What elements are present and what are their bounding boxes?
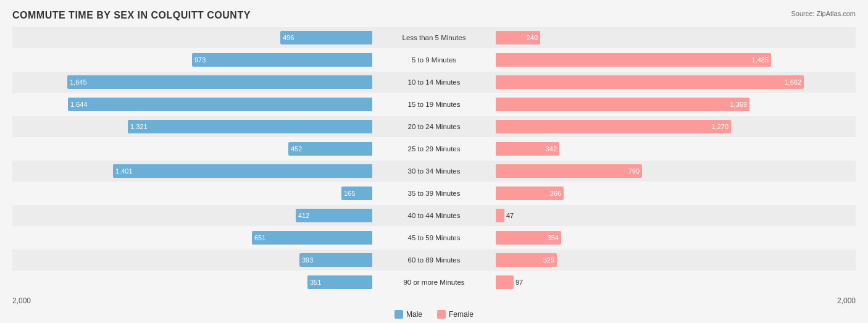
legend: Male Female [12,310,856,319]
female-value: 329 [543,256,554,264]
legend-female: Female [437,310,474,319]
bar-row: 496Less than 5 Minutes240 [12,27,856,48]
row-label: 5 to 9 Minutes [372,56,496,64]
bar-row: 1,64510 to 14 Minutes1,662 [12,72,856,93]
bar-row: 16535 to 39 Minutes366 [12,183,856,204]
female-value: 1,662 [784,78,801,86]
male-bar: 393 [299,253,372,267]
axis-left: 2,000 [12,296,373,305]
male-bar: 651 [252,231,372,245]
male-value: 412 [298,212,309,219]
female-value: 354 [548,234,559,241]
male-value: 351 [310,279,321,286]
right-side: 1,270 [496,116,856,137]
male-value: 452 [291,145,302,153]
female-bar: 240 [496,31,540,44]
source-text: Source: ZipAtlas.com [791,10,856,17]
female-value: 1,270 [711,123,728,130]
row-label: 35 to 39 Minutes [372,190,496,197]
male-value: 1,644 [70,101,88,108]
male-value: 496 [283,34,294,41]
male-value: 973 [194,56,206,64]
axis-row: 2,000 2,000 [12,296,856,305]
right-side: 240 [496,27,856,48]
female-value: 97 [514,279,523,286]
female-bar: 97 [496,275,514,289]
row-label: Less than 5 Minutes [372,34,496,41]
bar-row: 45225 to 29 Minutes342 [12,138,856,159]
male-value: 165 [344,190,355,197]
left-side: 1,401 [12,161,372,182]
female-bar: 354 [496,231,561,245]
male-bar: 973 [192,53,372,67]
female-bar: 1,662 [496,75,804,89]
left-side: 1,644 [12,94,372,115]
female-bar: 1,485 [496,53,771,67]
legend-female-box [437,310,446,319]
left-side: 496 [12,27,372,48]
bar-row: 41240 to 44 Minutes47 [12,205,856,226]
female-bar: 342 [496,142,559,156]
male-bar: 1,321 [128,120,372,133]
bar-row: 9735 to 9 Minutes1,485 [12,49,856,70]
female-value: 1,485 [751,56,769,64]
legend-male-box [394,310,403,319]
male-bar: 452 [288,142,372,156]
row-label: 15 to 19 Minutes [372,101,496,108]
bar-row: 1,40130 to 34 Minutes790 [12,161,856,182]
bar-row: 65145 to 59 Minutes354 [12,227,856,248]
male-value: 1,401 [115,167,133,175]
row-label: 60 to 89 Minutes [372,256,496,264]
male-bar: 165 [341,187,372,200]
row-label: 90 or more Minutes [372,279,496,286]
right-side: 1,662 [496,72,856,93]
male-value: 1,645 [70,78,87,86]
bar-row: 1,64415 to 19 Minutes1,369 [12,94,856,115]
female-bar: 47 [496,209,504,222]
right-side: 1,485 [496,49,856,70]
female-bar: 1,270 [496,120,731,133]
right-side: 329 [496,250,856,271]
right-side: 366 [496,183,856,204]
left-side: 973 [12,49,372,70]
legend-male: Male [394,310,422,319]
male-bar: 1,644 [68,98,372,111]
female-value: 47 [504,212,514,219]
chart-container: COMMUTE TIME BY SEX IN COLQUITT COUNTY S… [0,0,868,323]
left-side: 412 [12,205,372,226]
row-label: 10 to 14 Minutes [372,78,496,86]
left-side: 393 [12,250,372,271]
female-bar: 1,369 [496,98,749,111]
female-value: 366 [550,190,561,197]
right-side: 342 [496,138,856,159]
row-label: 30 to 34 Minutes [372,167,496,175]
female-value: 790 [628,167,640,175]
male-bar: 1,645 [67,75,372,89]
male-bar: 1,401 [113,164,372,178]
male-bar: 351 [307,275,372,289]
female-bar: 329 [496,253,557,267]
legend-male-label: Male [406,310,422,319]
bar-row: 39360 to 89 Minutes329 [12,250,856,271]
row-label: 25 to 29 Minutes [372,145,496,153]
row-label: 45 to 59 Minutes [372,234,496,241]
female-value: 1,369 [730,101,747,108]
row-label: 40 to 44 Minutes [372,212,496,219]
right-side: 354 [496,227,856,248]
left-side: 651 [12,227,372,248]
male-bar: 412 [296,209,372,222]
female-value: 240 [527,34,538,41]
bar-row: 35190 or more Minutes97 [12,272,856,293]
chart-title: COMMUTE TIME BY SEX IN COLQUITT COUNTY [12,10,856,21]
male-value: 1,321 [130,123,148,130]
right-side: 47 [496,205,856,226]
female-bar: 790 [496,164,642,178]
female-bar: 366 [496,187,564,200]
male-value: 393 [302,256,313,264]
bar-row: 1,32120 to 24 Minutes1,270 [12,116,856,137]
left-side: 351 [12,272,372,293]
right-side: 97 [496,272,856,293]
left-side: 165 [12,183,372,204]
female-value: 342 [546,145,557,153]
right-side: 1,369 [496,94,856,115]
